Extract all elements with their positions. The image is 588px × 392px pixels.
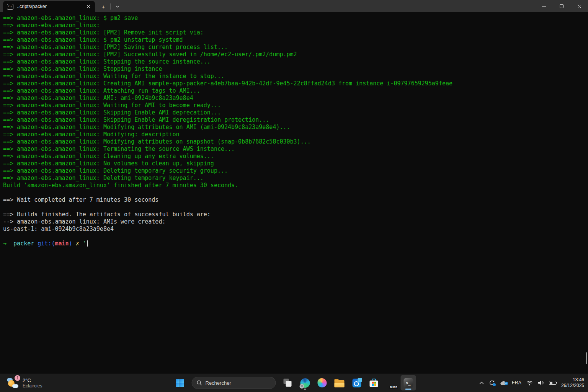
weather-condition: Eclaircies [23, 383, 42, 389]
tab-title: ..cripts/packer [17, 4, 85, 9]
scrollbar-thumb[interactable] [586, 352, 587, 364]
active-indicator [405, 389, 412, 390]
terminal-line: ==> amazon-ebs.amazon_linux: Skipping En… [3, 109, 585, 116]
text-cursor [87, 240, 88, 247]
new-tab-button[interactable]: + [99, 2, 108, 11]
window-controls [535, 0, 588, 12]
terminal-line: ==> amazon-ebs.amazon_linux: $ pm2 save [3, 15, 585, 22]
copilot-button[interactable] [315, 375, 330, 390]
clock[interactable]: 13:46 26/12/2025 [561, 377, 584, 389]
terminal-line: ==> amazon-ebs.amazon_linux: Deleting te… [3, 175, 585, 182]
windows-terminal-button[interactable]: >_ [401, 375, 416, 390]
terminal-line [3, 233, 585, 240]
windows-logo-icon [176, 379, 184, 387]
file-explorer-button[interactable] [332, 375, 347, 390]
shell-prompt: → packer git:(main) ✗ ' [3, 240, 585, 247]
taskbar-center: Rechercher [172, 374, 416, 392]
outlook-icon [352, 379, 361, 387]
microsoft-store-button[interactable] [366, 375, 382, 390]
prompt-arrow-icon: → [3, 240, 13, 247]
close-button[interactable] [570, 0, 588, 12]
minimize-button[interactable] [535, 0, 553, 12]
terminal-line: ==> amazon-ebs.amazon_linux: [PM2] Savin… [3, 44, 585, 51]
terminal-line: ==> Builds finished. The artifacts of su… [3, 211, 585, 218]
notification-badge: 1 [15, 375, 20, 381]
microsoft-store-icon [369, 378, 379, 387]
terminal-line: ==> amazon-ebs.amazon_linux: Creating AM… [3, 80, 585, 87]
prompt-git-branch: main [55, 240, 69, 247]
prompt-directory: packer [13, 240, 38, 247]
terminal-line: ==> amazon-ebs.amazon_linux: Modifying: … [3, 131, 585, 138]
edge-button[interactable] [297, 375, 313, 390]
tab-dropdown-button[interactable] [113, 2, 122, 11]
terminal-line: ==> amazon-ebs.amazon_linux: No volumes … [3, 160, 585, 167]
terminal-line: ==> amazon-ebs.amazon_linux: Terminating… [3, 145, 585, 153]
edge-icon [300, 378, 310, 388]
wifi-icon[interactable] [526, 381, 533, 385]
tab-close-icon[interactable] [85, 3, 92, 10]
terminal-line: ==> amazon-ebs.amazon_linux: Waiting for… [3, 102, 585, 109]
terminal-line: ==> amazon-ebs.amazon_linux: [PM2] Succe… [3, 51, 585, 58]
log-lines: ==> amazon-ebs.amazon_linux: $ pm2 save=… [3, 15, 585, 240]
terminal-line: ==> amazon-ebs.amazon_linux: Attaching r… [3, 87, 585, 95]
tab-scripts-packer[interactable]: C:\ ..cripts/packer [3, 1, 95, 12]
terminal-line: ==> amazon-ebs.amazon_linux: Deleting te… [3, 167, 585, 175]
running-indicator [304, 389, 306, 390]
file-explorer-icon [335, 380, 345, 387]
terminal-window: C:\ ..cripts/packer + ==> amazon-ebs.ama… [0, 0, 588, 392]
terminal-output[interactable]: ==> amazon-ebs.amazon_linux: $ pm2 save=… [0, 12, 588, 374]
terminal-line: ==> amazon-ebs.amazon_linux: Modifying a… [3, 124, 585, 131]
taskbar: 1 2°C Eclaircies Rechercher [0, 374, 588, 392]
terminal-line: ==> amazon-ebs.amazon_linux: $ pm2 unsta… [3, 36, 585, 44]
start-button[interactable] [172, 375, 188, 390]
volume-icon[interactable] [538, 380, 544, 385]
outlook-button[interactable] [349, 375, 364, 390]
terminal-line: ==> amazon-ebs.amazon_linux: Stopping th… [3, 58, 585, 65]
m365-copilot-button[interactable]: M365 [384, 375, 399, 390]
prompt-typed-text: ' [83, 240, 86, 247]
prompt-dirty-icon: ✗ [76, 240, 83, 247]
copilot-icon [318, 378, 327, 387]
terminal-line: ==> amazon-ebs.amazon_linux: [PM2] Remov… [3, 29, 585, 36]
terminal-line: Build 'amazon-ebs.amazon_linux' finished… [3, 182, 585, 189]
terminal-line: ==> amazon-ebs.amazon_linux: Skipping En… [3, 116, 585, 124]
tray-chevron-up-icon[interactable] [479, 382, 484, 384]
terminal-line: ==> amazon-ebs.amazon_linux: Cleaning up… [3, 153, 585, 160]
weather-widget[interactable]: 1 2°C Eclaircies [5, 374, 44, 392]
terminal-line: ==> amazon-ebs.amazon_linux: Modifying a… [3, 138, 585, 145]
terminal-line: --> amazon-ebs.amazon_linux: AMIs were c… [3, 218, 585, 225]
search-input[interactable]: Rechercher [192, 377, 276, 389]
profile-avatar [299, 384, 304, 389]
language-indicator[interactable]: FRA [512, 380, 521, 385]
terminal-line [3, 189, 585, 196]
titlebar: C:\ ..cripts/packer + [0, 0, 588, 12]
clock-date: 26/12/2025 [561, 383, 584, 389]
cmd-icon: C:\ [7, 4, 13, 10]
restore-button[interactable] [553, 0, 570, 12]
update-sync-icon[interactable] [489, 380, 495, 386]
battery-icon[interactable] [549, 381, 556, 385]
terminal-line: ==> amazon-ebs.amazon_linux: Waiting for… [3, 73, 585, 80]
prompt-git-open: git:( [38, 240, 55, 247]
terminal-line: ==> Wait completed after 7 minutes 30 se… [3, 196, 585, 204]
terminal-line: us-east-1: ami-0924b9c8a23a9e8e4 [3, 225, 585, 233]
clock-time: 13:46 [561, 377, 584, 383]
system-tray: ⇄ FRA 13:46 26/12/2025 [479, 374, 584, 392]
search-icon [197, 380, 202, 385]
terminal-line: ==> amazon-ebs.amazon_linux: Stopping in… [3, 65, 585, 73]
terminal-line: ==> amazon-ebs.amazon_linux: [3, 22, 585, 29]
terminal-line [3, 204, 585, 211]
prompt-git-close: ) [69, 240, 76, 247]
m365-copilot-icon: M365 [386, 378, 396, 388]
weather-partly-cloudy-icon: 1 [7, 377, 19, 389]
task-view-button[interactable] [280, 375, 296, 390]
weather-temperature: 2°C [23, 377, 42, 383]
onedrive-cloud-icon[interactable]: ⇄ [500, 381, 507, 385]
tab-bar-divider [110, 3, 111, 10]
windows-terminal-icon: >_ [403, 378, 413, 388]
terminal-line: ==> amazon-ebs.amazon_linux: AMI: ami-09… [3, 95, 585, 102]
search-placeholder: Rechercher [206, 380, 231, 386]
